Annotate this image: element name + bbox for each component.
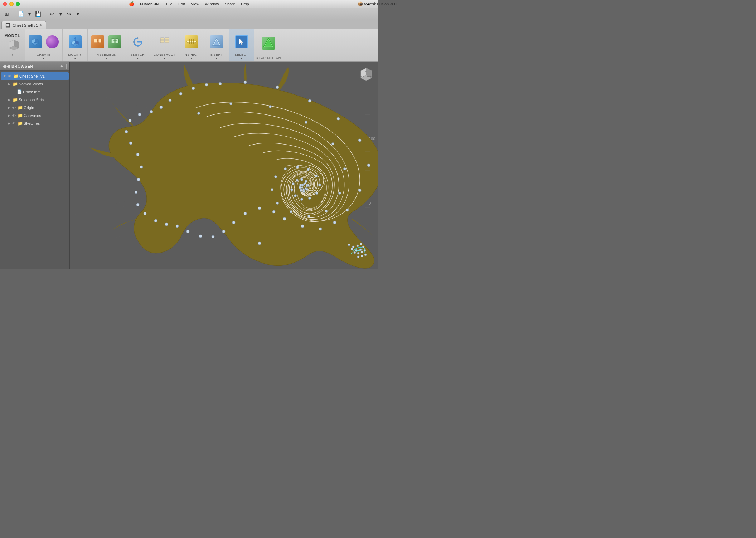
svg-point-66 [222, 230, 225, 233]
expand-origin[interactable]: ▶ [6, 106, 11, 109]
svg-point-96 [325, 210, 328, 212]
tab-close-button[interactable]: × [40, 23, 42, 27]
viewport[interactable]: 100 75 50 25 0 [70, 62, 378, 269]
eye-origin[interactable]: 👁 [12, 106, 16, 110]
tree-item-root[interactable]: ▼ 👁 📁 Chest Shell v1 [1, 72, 69, 80]
eye-sketches[interactable]: 👁 [12, 122, 16, 126]
folder-icon-sketches: 📁 [17, 121, 23, 126]
menu-help[interactable]: Help [241, 2, 249, 6]
model-dropdown[interactable]: ▾ [11, 54, 14, 57]
ribbon-assemble-btn2[interactable] [107, 35, 123, 49]
svg-point-80 [125, 130, 128, 133]
create-label: CREATE [37, 53, 51, 57]
modify-dropdown[interactable]: ▾ [74, 57, 77, 60]
stopsketch-items [261, 31, 276, 56]
tree-item-canvases[interactable]: ▶ 👁 📁 Canvases [0, 112, 69, 119]
undo-dropdown[interactable]: ▾ [58, 9, 63, 19]
svg-point-70 [176, 225, 179, 228]
save-button[interactable]: 💾 [33, 9, 43, 19]
ribbon-construct-btn[interactable] [157, 35, 173, 49]
browser-collapse-btn[interactable]: ● [60, 64, 63, 69]
svg-point-87 [192, 87, 195, 90]
redo-dropdown[interactable]: ▾ [75, 9, 80, 19]
svg-point-113 [296, 179, 299, 182]
tree-item-namedviews[interactable]: ▶ 📁 Named Views [0, 80, 69, 88]
ribbon-sketch-btn[interactable] [130, 35, 146, 49]
menu-bar: 🍎 Fusion 360 File Edit View Window Share… [129, 1, 249, 6]
sketch-label: SKETCH [131, 53, 145, 57]
svg-point-104 [307, 168, 310, 171]
tab-chestshell[interactable]: 🔲 Chest Shell v1 × [1, 21, 46, 29]
expand-namedviews[interactable]: ▶ [6, 82, 11, 86]
create-items [27, 31, 60, 53]
svg-point-107 [316, 192, 318, 195]
ribbon-assemble-btn1[interactable] [90, 35, 106, 49]
viewport-svg: 100 75 50 25 0 [70, 62, 378, 269]
ribbon-box-button[interactable] [27, 35, 43, 49]
svg-point-128 [304, 183, 305, 185]
ribbon-insert-btn[interactable] [209, 35, 224, 49]
ribbon-modify-button[interactable] [67, 35, 83, 49]
svg-point-60 [301, 225, 304, 228]
svg-point-64 [244, 212, 247, 215]
svg-point-120 [299, 186, 301, 189]
svg-point-63 [258, 207, 261, 210]
svg-point-58 [333, 221, 336, 224]
menu-app[interactable]: Fusion 360 [140, 2, 160, 6]
svg-point-53 [337, 117, 340, 120]
new-button[interactable]: 📄 [16, 9, 25, 19]
tab-label: Chest Shell v1 [13, 23, 38, 28]
ribbon-sphere-button[interactable] [44, 35, 60, 49]
menu-edit[interactable]: Edit [178, 2, 185, 6]
ribbon-inspect-btn[interactable] [184, 35, 199, 49]
construct-dropdown[interactable]: ▾ [163, 57, 166, 60]
eye-canvases[interactable]: 👁 [12, 114, 16, 118]
tree-item-selectionsets[interactable]: ▶ 📁 Selection Sets [0, 96, 69, 104]
folder-icon-canvases: 📁 [17, 113, 23, 118]
inspect-dropdown[interactable]: ▾ [190, 57, 193, 60]
expand-canvases[interactable]: ▶ [6, 114, 11, 117]
new-dropdown[interactable]: ▾ [27, 9, 32, 19]
sketch-dropdown[interactable]: ▾ [136, 57, 139, 60]
doc-icon-units: 📄 [16, 89, 22, 95]
insert-label: INSERT [210, 53, 223, 57]
select-dropdown[interactable]: ▾ [240, 57, 243, 60]
tree-item-origin[interactable]: ▶ 👁 📁 Origin [0, 104, 69, 112]
ribbon-stopsketch-btn[interactable] [261, 36, 276, 50]
model-label: MODEL [4, 34, 20, 38]
svg-point-79 [129, 142, 132, 145]
expand-selectionsets[interactable]: ▶ [6, 98, 11, 102]
minimize-button[interactable] [9, 2, 14, 6]
svg-rect-11 [94, 39, 97, 43]
grid-button[interactable]: ⊞ [2, 9, 11, 19]
svg-point-144 [258, 242, 261, 245]
expand-sketches[interactable]: ▶ [6, 122, 11, 125]
menu-view[interactable]: View [191, 2, 199, 6]
svg-point-52 [308, 99, 311, 102]
menu-window[interactable]: Window [205, 2, 219, 6]
expand-root[interactable]: ▼ [2, 74, 7, 78]
svg-point-89 [198, 112, 200, 115]
menu-file[interactable]: File [166, 2, 173, 6]
create-dropdown[interactable]: ▾ [42, 57, 45, 60]
insert-dropdown[interactable]: ▾ [215, 57, 218, 60]
tree-item-sketches[interactable]: ▶ 👁 📁 Sketches [0, 119, 69, 127]
svg-point-83 [150, 110, 153, 113]
view-cube[interactable]: TOP RIGHT FRONT [357, 64, 375, 82]
close-button[interactable] [3, 2, 7, 6]
svg-point-131 [357, 245, 359, 247]
browser-back-btn[interactable]: ◀◀ [2, 63, 10, 69]
svg-point-129 [348, 244, 350, 246]
browser-pin-btn[interactable]: ‖ [65, 64, 67, 69]
title-bar: 🍎 Fusion 360 File Edit View Window Share… [0, 0, 378, 8]
eye-root[interactable]: 👁 [8, 74, 11, 78]
menu-share[interactable]: Share [225, 2, 235, 6]
svg-point-114 [301, 178, 303, 181]
undo-button[interactable]: ↩ [47, 9, 57, 19]
fullscreen-button[interactable] [16, 2, 20, 6]
redo-button[interactable]: ↪ [64, 9, 74, 19]
svg-point-54 [358, 139, 361, 142]
tree-item-units[interactable]: 📄 Units: mm [0, 88, 69, 96]
ribbon-select-btn[interactable] [234, 35, 249, 49]
assemble-dropdown[interactable]: ▾ [105, 57, 108, 60]
